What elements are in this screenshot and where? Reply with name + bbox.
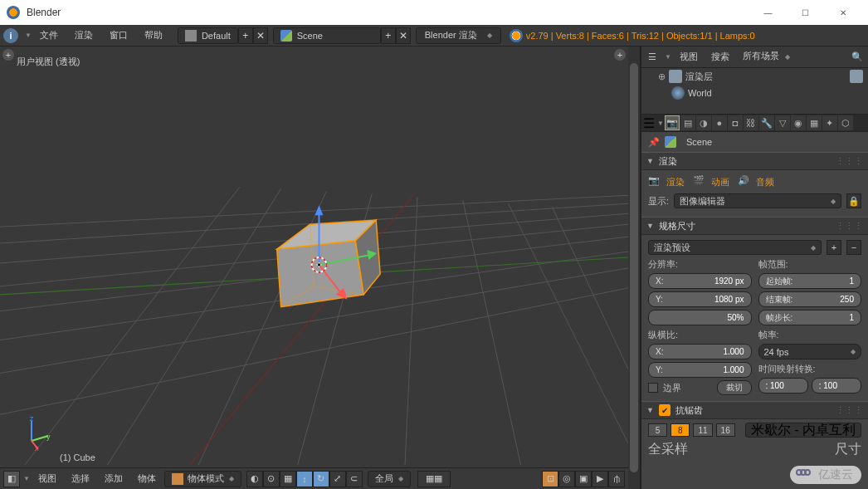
- outliner-row-world[interactable]: World: [641, 85, 868, 101]
- frame-start-field[interactable]: 起始帧:1: [758, 273, 862, 289]
- section-render-header[interactable]: ▼ 渲染 ⋮⋮⋮: [641, 152, 868, 170]
- preset-add-button[interactable]: +: [827, 240, 841, 255]
- properties-panel[interactable]: 📌 Scene ▼ 渲染 ⋮⋮⋮ 📷渲染 🎬动画 🔊音频: [641, 132, 868, 489]
- tab-physics[interactable]: ⬡: [838, 115, 853, 130]
- layers-icon[interactable]: ▦: [280, 471, 296, 487]
- screen-layout-selector[interactable]: Default: [178, 27, 238, 44]
- antialias-checkbox[interactable]: ✔: [659, 404, 671, 416]
- outliner-editor-icon[interactable]: ☰: [645, 50, 660, 65]
- resolution-x-field[interactable]: X:1920 px: [648, 273, 752, 289]
- preset-remove-button[interactable]: −: [846, 240, 861, 255]
- pin-icon[interactable]: 📌: [648, 137, 660, 148]
- chevron-down-icon[interactable]: ▼: [657, 120, 664, 127]
- expand-icon[interactable]: ⊕: [658, 71, 666, 82]
- tab-particles[interactable]: ✦: [822, 115, 837, 130]
- tab-material[interactable]: ◉: [791, 115, 806, 130]
- animation-button[interactable]: 🎬动画: [693, 175, 729, 188]
- scene-delete-button[interactable]: ✕: [396, 27, 411, 44]
- render-preset-selector[interactable]: 渲染预设◆: [648, 240, 822, 255]
- tab-modifiers[interactable]: 🔧: [759, 115, 774, 130]
- properties-editor-icon[interactable]: ☰: [643, 115, 655, 131]
- aa-filter-selector[interactable]: 米歇尔 - 内卓互利: [745, 423, 861, 438]
- camera-icon[interactable]: [850, 70, 863, 83]
- magnet-icon[interactable]: ⊂: [346, 471, 363, 487]
- toolshelf-toggle[interactable]: +: [2, 49, 14, 61]
- drag-handle-icon[interactable]: ⋮⋮⋮: [836, 405, 863, 416]
- lock-icon[interactable]: ⫛: [608, 471, 625, 487]
- search-icon[interactable]: 🔍: [850, 50, 865, 65]
- resolution-pct-field[interactable]: 50%: [648, 310, 752, 325]
- aa-sample-8[interactable]: 8: [671, 423, 690, 437]
- vp-menu-add[interactable]: 添加: [98, 472, 129, 485]
- section-dimensions-header[interactable]: ▼ 规格尺寸 ⋮⋮⋮: [641, 217, 868, 235]
- outliner-filter[interactable]: 所有场景 ◆: [738, 50, 795, 65]
- render-button[interactable]: 📷渲染: [648, 175, 685, 188]
- vp-menu-select[interactable]: 选择: [65, 472, 96, 485]
- scene-add-button[interactable]: +: [381, 27, 396, 44]
- manipulator-rotate-icon[interactable]: ↻: [313, 471, 329, 487]
- outliner-row-renderlayers[interactable]: ⊕ 渲染层: [641, 68, 868, 85]
- scene-selector[interactable]: Scene: [273, 27, 381, 44]
- drag-handle-icon[interactable]: ⋮⋮⋮: [836, 156, 863, 167]
- layout-add-button[interactable]: +: [238, 27, 253, 44]
- render-engine-selector[interactable]: Blender 渲染 ◆: [416, 27, 501, 44]
- outliner-view[interactable]: 视图: [675, 51, 703, 63]
- menu-window[interactable]: 窗口: [101, 25, 136, 46]
- display-selector[interactable]: 图像编辑器◆: [674, 193, 841, 208]
- manipulator-translate-icon[interactable]: ↕: [296, 471, 313, 487]
- menu-file[interactable]: 文件: [32, 25, 66, 46]
- outliner-tree[interactable]: ⊕ 渲染层 World: [641, 68, 868, 114]
- chevron-down-icon[interactable]: ▼: [25, 32, 32, 39]
- vp-menu-object[interactable]: 物体: [131, 472, 163, 485]
- aa-sample-16[interactable]: 16: [716, 423, 735, 437]
- properties-shelf-toggle[interactable]: +: [614, 49, 626, 61]
- close-button[interactable]: ✕: [824, 0, 861, 25]
- tab-renderlayers[interactable]: ▤: [680, 115, 695, 130]
- aspect-y-field[interactable]: Y:1.000: [648, 362, 752, 378]
- frame-step-field[interactable]: 帧步长:1: [758, 310, 862, 325]
- layout-delete-button[interactable]: ✕: [253, 27, 268, 44]
- aa-sample-11[interactable]: 11: [693, 423, 712, 437]
- outliner-search[interactable]: 搜索: [706, 51, 734, 63]
- aa-sample-5[interactable]: 5: [648, 423, 667, 437]
- chevron-down-icon[interactable]: ▼: [665, 53, 671, 61]
- shading-icon[interactable]: ◐: [246, 471, 263, 487]
- chevron-down-icon[interactable]: ▼: [23, 475, 30, 482]
- vp-menu-view[interactable]: 视图: [32, 472, 63, 485]
- snap-icon[interactable]: ⊡: [542, 471, 558, 487]
- resolution-y-field[interactable]: Y:1080 px: [648, 291, 752, 307]
- tab-texture[interactable]: ▦: [807, 115, 822, 130]
- lock-icon[interactable]: 🔒: [846, 193, 861, 208]
- border-checkbox[interactable]: [648, 383, 658, 393]
- crop-button[interactable]: 裁切: [717, 380, 752, 395]
- aspect-x-field[interactable]: X:1.000: [648, 344, 752, 359]
- drag-handle-icon[interactable]: ⋮⋮⋮: [836, 221, 863, 232]
- editor-type-icon[interactable]: ◧: [3, 471, 20, 487]
- pivot-icon[interactable]: ⊙: [263, 471, 280, 487]
- remap-new-field[interactable]: : 100: [812, 378, 861, 394]
- info-icon[interactable]: i: [3, 28, 18, 43]
- tab-scene[interactable]: ◑: [696, 115, 711, 130]
- section-antialias-header[interactable]: ▼ ✔ 抗锯齿 ⋮⋮⋮: [641, 401, 868, 419]
- framerate-selector[interactable]: 24 fps◆: [758, 344, 862, 359]
- frame-end-field[interactable]: 结束帧:250: [758, 291, 862, 307]
- layers-grid[interactable]: ▦▦: [417, 471, 451, 487]
- menu-render[interactable]: 渲染: [66, 25, 101, 46]
- manipulator-scale-icon[interactable]: ⤢: [329, 471, 346, 487]
- camera-icon[interactable]: ▶: [592, 471, 608, 487]
- menu-help[interactable]: 帮助: [136, 25, 171, 46]
- tab-constraints[interactable]: ⛓: [744, 115, 758, 130]
- tab-object[interactable]: ◘: [728, 115, 743, 130]
- render-preview-icon[interactable]: ▣: [575, 471, 592, 487]
- proportional-icon[interactable]: ◎: [558, 471, 575, 487]
- tab-data[interactable]: ▽: [775, 115, 790, 130]
- viewport-scrollbar[interactable]: [628, 46, 640, 489]
- tab-render[interactable]: 📷: [665, 115, 680, 130]
- remap-old-field[interactable]: : 100: [758, 378, 808, 394]
- mode-selector[interactable]: 物体模式 ◆: [164, 471, 241, 487]
- 3d-viewport[interactable]: + + 用户视图 (透视) (1) Cube z y x: [0, 46, 628, 467]
- tab-world[interactable]: ●: [712, 115, 727, 130]
- audio-button[interactable]: 🔊音频: [738, 175, 774, 188]
- maximize-button[interactable]: ☐: [787, 0, 824, 25]
- minimize-button[interactable]: —: [749, 0, 787, 25]
